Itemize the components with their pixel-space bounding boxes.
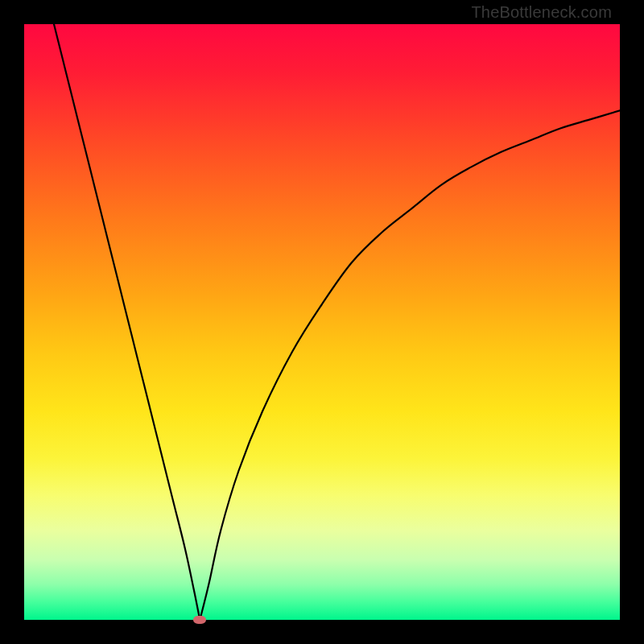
curve-layer (24, 24, 620, 620)
chart-container: TheBottleneck.com (0, 0, 644, 644)
curve-right-branch (200, 110, 620, 620)
curve-left-branch (54, 24, 200, 620)
plot-area (24, 24, 620, 620)
optimum-marker (193, 616, 206, 624)
watermark-text: TheBottleneck.com (471, 3, 612, 22)
